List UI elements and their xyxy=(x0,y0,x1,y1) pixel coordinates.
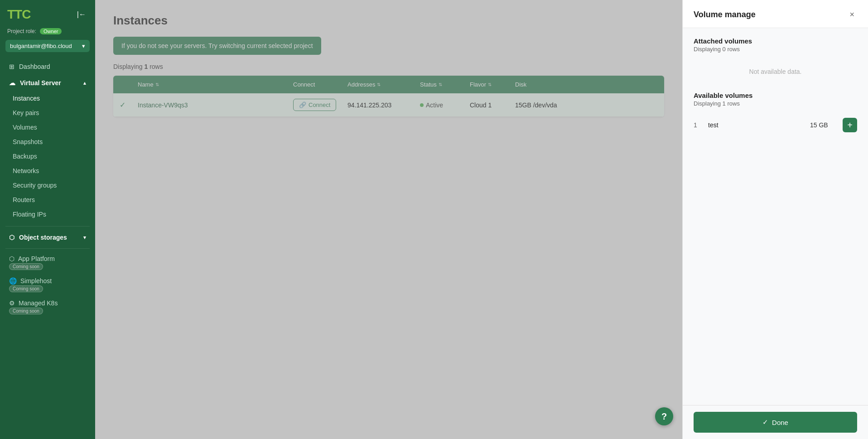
add-volume-button[interactable]: + xyxy=(843,118,857,132)
available-volumes-title: Available volumes xyxy=(694,92,857,99)
sidebar-item-volumes[interactable]: Volumes xyxy=(0,120,95,135)
sidebar-item-app-platform[interactable]: ⬡ App Platform Coming soon xyxy=(0,251,95,274)
panel-body: Attached volumes Displaying 0 rows Not a… xyxy=(683,28,868,405)
storage-icon: ⬡ xyxy=(9,234,14,241)
sidebar-item-label: Object storages xyxy=(19,234,67,241)
panel-header: Volume manage × xyxy=(683,0,868,28)
logo: TTC xyxy=(7,7,30,22)
sidebar-item-instances[interactable]: Instances xyxy=(0,91,95,106)
sidebar-item-label: App Platform xyxy=(18,255,55,262)
sidebar-item-label: Virtual Server xyxy=(20,79,61,87)
sidebar-item-label: Snapshots xyxy=(13,138,43,145)
volume-name: test xyxy=(708,121,805,129)
volume-manage-panel: Volume manage × Attached volumes Display… xyxy=(682,0,868,439)
sidebar: TTC |← Project role: Owner bulgantamir@f… xyxy=(0,0,95,439)
chevron-down-icon: ▾ xyxy=(82,43,85,49)
sidebar-item-key-pairs[interactable]: Key pairs xyxy=(0,106,95,120)
divider-2 xyxy=(5,248,90,249)
attached-displaying: Displaying 0 rows xyxy=(694,46,857,53)
sidebar-item-virtual-server[interactable]: ☁ Virtual Server ▴ xyxy=(0,75,95,91)
sidebar-item-security-groups[interactable]: Security groups xyxy=(0,178,95,193)
help-button[interactable]: ? xyxy=(655,407,673,425)
attached-volumes-section: Attached volumes Displaying 0 rows Not a… xyxy=(694,37,857,84)
main-content: Instances If you do not see your servers… xyxy=(95,0,682,439)
panel-footer: ✓ Done xyxy=(683,405,868,439)
available-volumes-section: Available volumes Displaying 1 rows 1 te… xyxy=(694,92,857,137)
role-badge: Owner xyxy=(40,28,62,34)
page-area: Instances If you do not see your servers… xyxy=(95,0,682,439)
volume-size: 15 GB xyxy=(810,121,837,129)
sidebar-item-dashboard[interactable]: ⊞ Dashboard xyxy=(0,58,95,75)
sidebar-item-label: Key pairs xyxy=(13,109,39,116)
project-name: bulgantamir@fibo.cloud xyxy=(10,43,72,49)
collapse-button[interactable]: |← xyxy=(75,9,88,20)
sidebar-item-routers[interactable]: Routers xyxy=(0,193,95,207)
sidebar-item-simplehost[interactable]: 🌐 Simplehost Coming soon xyxy=(0,274,95,296)
chevron-down-icon: ▾ xyxy=(83,235,86,241)
sidebar-item-snapshots[interactable]: Snapshots xyxy=(0,135,95,149)
project-role-area: Project role: Owner xyxy=(0,25,95,37)
sidebar-item-label: Dashboard xyxy=(19,63,50,70)
sidebar-item-label: Managed K8s xyxy=(19,299,58,307)
attached-volumes-title: Attached volumes xyxy=(694,37,857,45)
sidebar-item-object-storages[interactable]: ⬡ Object storages ▾ xyxy=(0,229,95,246)
sidebar-item-managed-k8s[interactable]: ⚙ Managed K8s Coming soon xyxy=(0,296,95,318)
sidebar-item-label: Security groups xyxy=(13,182,57,189)
coming-soon-badge-k8s: Coming soon xyxy=(9,308,43,314)
chevron-up-icon: ▴ xyxy=(83,80,86,86)
overlay xyxy=(95,0,682,439)
sidebar-item-label: Networks xyxy=(13,167,39,174)
server-icon: ☁ xyxy=(9,79,15,87)
done-button[interactable]: ✓ Done xyxy=(694,412,857,433)
done-label: Done xyxy=(772,419,788,426)
simplehost-icon: 🌐 xyxy=(9,277,17,285)
volume-number: 1 xyxy=(694,121,703,129)
sidebar-item-networks[interactable]: Networks xyxy=(0,164,95,178)
sidebar-item-label: Routers xyxy=(13,196,35,203)
nav-section-main: ⊞ Dashboard ☁ Virtual Server ▴ Instances… xyxy=(0,57,95,223)
sidebar-item-label: Floating IPs xyxy=(13,211,46,218)
volume-row: 1 test 15 GB + xyxy=(694,113,857,137)
coming-soon-badge: Coming soon xyxy=(9,263,43,270)
close-button[interactable]: × xyxy=(847,9,857,20)
coming-soon-badge-simplehost: Coming soon xyxy=(9,285,43,292)
project-selector[interactable]: bulgantamir@fibo.cloud ▾ xyxy=(5,40,90,52)
sidebar-item-backups[interactable]: Backups xyxy=(0,149,95,164)
sidebar-item-label: Backups xyxy=(13,153,37,160)
sidebar-item-floating-ips[interactable]: Floating IPs xyxy=(0,207,95,222)
project-role-label: Project role: xyxy=(7,28,36,34)
sidebar-item-label: Instances xyxy=(13,95,40,102)
sidebar-item-label: Simplehost xyxy=(20,277,52,285)
check-circle-icon: ✓ xyxy=(762,418,768,426)
app-platform-icon: ⬡ xyxy=(9,255,14,262)
available-displaying: Displaying 1 rows xyxy=(694,100,857,107)
dashboard-icon: ⊞ xyxy=(9,63,14,70)
sidebar-logo-area: TTC |← xyxy=(0,0,95,25)
panel-title: Volume manage xyxy=(694,10,756,19)
not-available-text: Not available data. xyxy=(694,59,857,84)
k8s-icon: ⚙ xyxy=(9,299,15,307)
divider-1 xyxy=(5,226,90,227)
sidebar-item-label: Volumes xyxy=(13,124,37,131)
